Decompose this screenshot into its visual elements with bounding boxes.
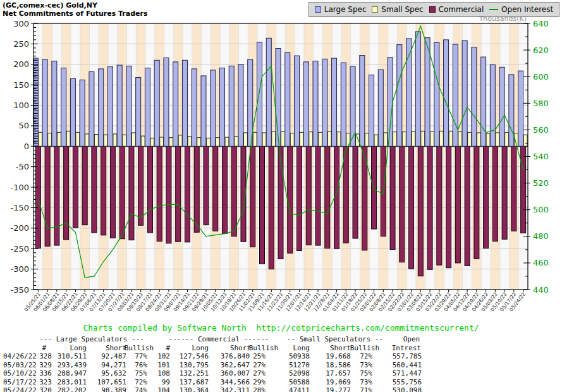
table-cell: 50588 xyxy=(247,378,310,386)
bar-commercial xyxy=(204,146,209,224)
bar-small-spec xyxy=(421,131,425,146)
table-cell: 29% xyxy=(202,378,266,386)
table-cell: 98,389 xyxy=(63,386,126,392)
bar-commercial xyxy=(446,146,451,267)
bar-small-spec xyxy=(262,133,266,146)
bar-large-spec xyxy=(462,40,467,146)
bar-commercial xyxy=(166,146,171,243)
bar-small-spec xyxy=(505,132,509,146)
table-column-header: Short xyxy=(63,344,126,352)
table-cell: 360,007 xyxy=(186,369,250,377)
left-axis-label: 200 xyxy=(13,59,29,69)
bar-small-spec xyxy=(225,137,229,146)
bar-small-spec xyxy=(216,138,219,147)
table-cell: 19,069 xyxy=(288,378,351,386)
bar-commercial xyxy=(437,146,442,265)
bar-commercial xyxy=(138,146,144,225)
bar-commercial xyxy=(35,146,40,248)
right-axis-units-label: Thousands(K) xyxy=(479,15,527,23)
bar-large-spec xyxy=(89,71,94,146)
table-cell: 560,441 xyxy=(358,361,422,369)
bar-large-spec xyxy=(303,62,308,146)
bar-commercial xyxy=(269,146,274,269)
table-cell: 25% xyxy=(202,352,266,360)
bar-commercial xyxy=(119,146,125,238)
table-cell: 328 xyxy=(0,352,52,360)
table-group-header: --- Large Speculators --- xyxy=(39,335,144,343)
table-cell: 282,202 xyxy=(23,386,87,392)
bar-large-spec xyxy=(173,62,178,146)
right-axis-label: 580 xyxy=(533,99,549,108)
bar-commercial xyxy=(250,146,255,247)
table-row-date: 05/03/22 xyxy=(3,361,37,369)
bar-small-spec xyxy=(290,133,294,147)
table-column-header: Long xyxy=(247,344,310,352)
table-cell: 283,011 xyxy=(23,378,87,386)
left-axis-label: -100 xyxy=(10,183,29,192)
bar-large-spec xyxy=(481,57,486,146)
cot-bar-chart: -350-300-250-200-150-100-500501001502002… xyxy=(0,0,562,324)
bar-small-spec xyxy=(123,135,126,146)
bar-large-spec xyxy=(453,44,458,146)
right-axis-label: 600 xyxy=(533,72,549,82)
left-axis-label: -250 xyxy=(10,244,29,254)
bar-commercial xyxy=(73,146,78,228)
bar-small-spec xyxy=(197,138,201,147)
bar-small-spec xyxy=(141,136,145,146)
bar-commercial xyxy=(315,146,321,245)
bar-large-spec xyxy=(107,67,113,147)
footer-credit: Charts compiled by Software North http:/… xyxy=(0,323,562,333)
bar-commercial xyxy=(213,146,218,231)
bar-commercial xyxy=(288,146,293,253)
bar-commercial xyxy=(129,146,134,240)
table-cell: 27% xyxy=(202,361,266,369)
table-cell: 557,785 xyxy=(358,352,422,360)
table-cell: 77% xyxy=(84,352,147,360)
bar-large-spec xyxy=(285,52,290,146)
table-cell: 72% xyxy=(309,352,372,360)
table-column-header: # xyxy=(0,344,46,352)
table-cell: 320 xyxy=(0,386,52,392)
bar-commercial xyxy=(82,146,87,224)
bar-small-spec xyxy=(468,132,472,146)
bar-commercial xyxy=(110,146,115,238)
bar-commercial xyxy=(325,146,330,248)
bar-small-spec xyxy=(439,131,443,146)
table-cell: 336 xyxy=(0,369,52,377)
table-cell: 130,795 xyxy=(145,361,209,369)
bar-commercial xyxy=(492,146,498,241)
bar-large-spec xyxy=(425,38,430,147)
table-cell: 51270 xyxy=(247,361,310,369)
table-group-header: Open xyxy=(403,335,420,343)
bar-commercial xyxy=(176,146,181,242)
table-cell: 71% xyxy=(309,386,372,392)
bar-large-spec xyxy=(117,65,122,146)
bar-commercial xyxy=(353,146,358,238)
table-cell: 73% xyxy=(309,361,372,369)
bar-large-spec xyxy=(211,70,216,146)
bar-small-spec xyxy=(300,132,303,146)
left-axis-label: -50 xyxy=(16,162,29,171)
bar-large-spec xyxy=(99,69,104,146)
bar-large-spec xyxy=(313,61,318,147)
bar-commercial xyxy=(194,146,199,232)
left-axis-label: -350 xyxy=(10,285,29,295)
table-cell: 72% xyxy=(84,378,147,386)
bar-commercial xyxy=(502,146,507,239)
bar-small-spec xyxy=(206,138,210,146)
right-axis-label: 560 xyxy=(533,125,549,135)
footer-link[interactable]: http://cotpricecharts.com/commitmentscur… xyxy=(256,323,479,333)
bar-small-spec xyxy=(412,132,415,146)
right-axis-label: 480 xyxy=(533,231,549,241)
bar-commercial xyxy=(465,146,470,266)
bar-large-spec xyxy=(444,40,449,146)
bar-large-spec xyxy=(434,42,439,146)
table-cell: 95,632 xyxy=(63,369,126,377)
table-column-header: Short xyxy=(188,344,251,352)
bar-small-spec xyxy=(150,138,154,146)
table-column-header: Bullish xyxy=(316,344,379,352)
bar-large-spec xyxy=(295,56,300,146)
bar-small-spec xyxy=(113,134,117,146)
left-axis-label: 150 xyxy=(13,80,29,90)
bar-commercial xyxy=(372,146,377,229)
